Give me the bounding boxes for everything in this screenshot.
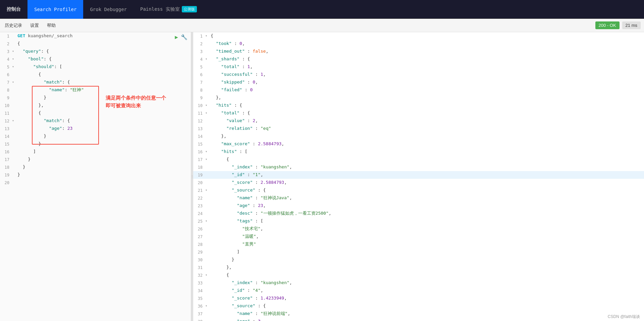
code-line-4: 4 ▾ "bool": { [0,55,191,63]
line-number: 10 [0,102,12,109]
line-number: 21 [193,186,205,194]
right-code-line-6: 6 "successful" : 1, [193,71,644,78]
right-code-line-30: 30 } [193,256,644,264]
code-content[interactable]: "match": { [17,78,191,86]
right-code-line-38: 38 "age" : 3, [193,318,644,321]
line-number: 8 [193,86,205,94]
line-number: 37 [193,310,205,318]
code-content[interactable]: "match": { [17,117,191,124]
nav-tab-label: 控制台 [7,6,21,12]
line-number: 5 [0,63,12,71]
code-content[interactable]: "age": 23 [17,125,191,132]
code-content[interactable]: "query": { [17,48,191,55]
code-content[interactable]: "bool": { [17,55,191,63]
code-line-3: 3 ▾ "query": { [0,48,191,55]
code-content[interactable]: ] [17,148,191,155]
right-code-line-19: 19 "_id" : "1", [193,171,644,179]
code-content[interactable]: } [17,156,191,163]
right-code-line-33: 33 "_index" : "kuangshen", [193,279,644,287]
line-number: 34 [193,287,205,295]
line-number: 7 [193,78,205,86]
history-menu[interactable]: 历史记录 [3,21,23,30]
right-code-line-36: 36 ▾ "_source" : { [193,302,644,310]
nav-tab-console[interactable]: 控制台 [0,0,28,19]
line-number: 31 [193,264,205,271]
nav-tab-label: Search Profiler [34,7,76,12]
line-number: 17 [0,156,12,163]
right-code-output: 1 ▾ { 2 "took" : 0, 3 "timed_out" : fals… [193,32,644,321]
code-line-9: 9 } [0,94,191,102]
code-content[interactable]: } [17,171,191,178]
line-number: 12 [193,117,205,125]
code-content[interactable]: } [17,140,191,148]
code-content[interactable]: } [17,163,191,171]
code-line-2: 2 { [0,40,191,48]
code-line-10: 10 }, [0,102,191,109]
line-number: 13 [0,125,12,132]
line-number: 28 [193,240,205,248]
code-content[interactable]: { [17,40,191,47]
line-number: 25 [193,217,205,225]
code-content[interactable]: { [17,71,191,78]
code-content[interactable]: } [17,94,191,101]
right-code-line-5: 5 "total" : 1, [193,63,644,71]
line-number: 9 [0,94,12,102]
right-code-line-9: 9 }, [193,94,644,102]
code-content[interactable]: } [17,132,191,140]
right-code-line-27: 27 "温暖", [193,233,644,240]
line-number: 2 [193,40,205,48]
line-number: 22 [193,194,205,202]
nav-tab-search-profiler[interactable]: Search Profiler [28,0,83,19]
right-code-line-31: 31 }, [193,264,644,271]
status-ok-badge: 200 - OK [595,21,620,29]
code-line-13: 13 "age": 23 [0,125,191,132]
line-number: 6 [193,71,205,78]
line-number: 26 [193,225,205,233]
code-line-8: 8 "name": "狂神" [0,86,191,94]
line-number: 20 [0,179,12,186]
line-number: 11 [193,109,205,117]
code-content[interactable]: "name": "狂神" [17,86,191,94]
code-line-18: 18 } [0,163,191,171]
right-code-line-37: 37 "name" : "狂神说前端", [193,310,644,318]
line-number: 20 [193,179,205,186]
right-code-line-1: 1 ▾ { [193,32,644,40]
right-code-line-15: 15 "max_score" : 2.5884793, [193,140,644,148]
run-icon[interactable]: ▶ [175,34,178,41]
right-code-line-34: 34 "_id" : "4", [193,287,644,295]
line-number: 24 [193,210,205,217]
code-content[interactable]: "should": [ [17,63,191,70]
right-code-line-23: 23 "age" : 23, [193,202,644,210]
nav-tab-grok-debugger[interactable]: Grok Debugger [83,0,133,19]
code-content[interactable]: }, [17,102,191,109]
code-line-14: 14 } [0,132,191,140]
line-number: 15 [0,140,12,148]
line-number: 10 [193,102,205,109]
beta-badge: 公测版 [182,6,197,12]
line-number: 38 [193,318,205,321]
left-code-editor[interactable]: ▶ 🔧 1 GET kuangshen/_search 2 { 3 ▾ "que… [0,32,191,186]
line-number: 35 [193,295,205,302]
line-number: 36 [193,302,205,310]
right-code-line-14: 14 }, [193,132,644,140]
code-line-17: 17 } [0,156,191,163]
line-number: 8 [0,86,12,94]
code-content[interactable] [17,179,191,186]
right-code-line-16: 16 ▾ "hits" : [ [193,148,644,156]
help-menu[interactable]: 帮助 [46,21,57,30]
wrench-icon[interactable]: 🔧 [181,34,187,41]
code-content[interactable]: { [17,109,191,117]
right-code-line-25: 25 ▾ "tags" : [ [193,217,644,225]
right-code-line-26: 26 "技术宅", [193,225,644,233]
right-code-line-7: 7 "skipped" : 0, [193,78,644,86]
line-number: 3 [193,48,205,55]
right-code-line-32: 32 ▾ { [193,271,644,279]
right-code-line-20: 20 "_score" : 2.5884793, [193,179,644,186]
right-code-line-17: 17 ▾ { [193,156,644,163]
code-line-6: 6 { [0,71,191,78]
line-number: 19 [193,171,205,179]
nav-tab-painless-lab[interactable]: Painless 实验室 公测版 [133,0,204,19]
right-code-line-12: 12 "value" : 2, [193,117,644,125]
code-content[interactable]: GET kuangshen/_search [17,32,191,40]
settings-menu[interactable]: 设置 [29,21,40,30]
